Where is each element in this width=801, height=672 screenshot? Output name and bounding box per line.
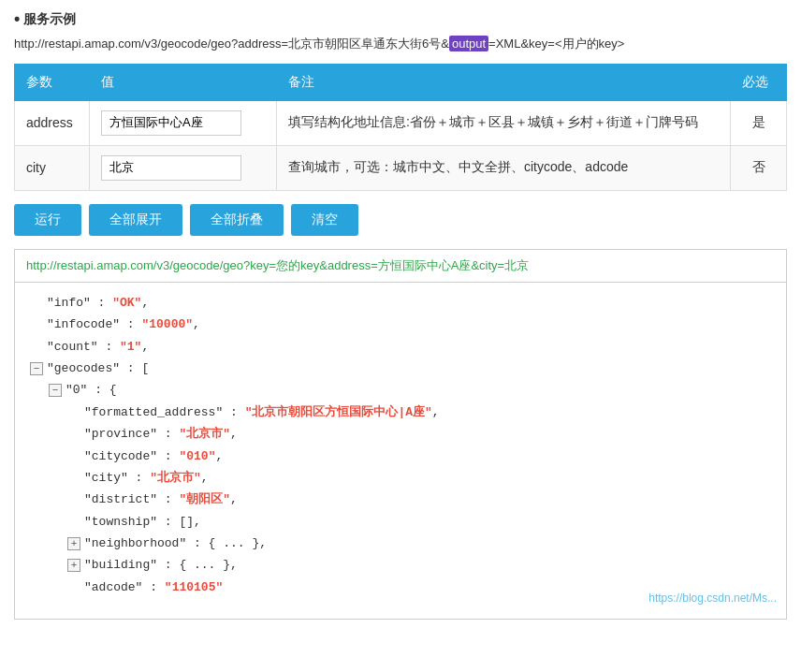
service-url-base: http://restapi.amap.com/v3/geocode/geo?a… xyxy=(14,37,449,51)
col-header-required: 必选 xyxy=(731,64,787,100)
json-line: "formatted_address" : "北京市朝阳区方恒国际中心|A座", xyxy=(30,402,771,423)
json-line: "count" : "1", xyxy=(30,336,771,358)
input-address[interactable] xyxy=(101,110,241,136)
col-header-value: 值 xyxy=(90,64,277,100)
run-button[interactable]: 运行 xyxy=(14,204,81,236)
json-line: "citycode" : "010", xyxy=(30,446,771,467)
json-line: "infocode" : "10000", xyxy=(30,314,771,335)
cell-value xyxy=(90,145,277,190)
cell-param: address xyxy=(15,100,90,145)
json-toggle-button[interactable]: + xyxy=(67,559,80,572)
cell-required: 是 xyxy=(731,100,787,145)
json-line: "city" : "北京市", xyxy=(30,467,771,489)
button-row: 运行 全部展开 全部折叠 清空 xyxy=(14,204,787,236)
col-header-param: 参数 xyxy=(15,64,90,100)
clear-button[interactable]: 清空 xyxy=(291,204,358,236)
json-toggle-button[interactable]: − xyxy=(49,384,62,397)
params-table: 参数 值 备注 必选 address填写结构化地址信息:省份＋城市＋区县＋城镇＋… xyxy=(14,64,787,191)
json-toggle-button[interactable]: − xyxy=(30,362,43,375)
cell-param: city xyxy=(15,145,90,190)
json-output[interactable]: "info" : "OK","infocode" : "10000","coun… xyxy=(14,283,787,620)
expand-button[interactable]: 全部展开 xyxy=(89,204,182,236)
cell-value xyxy=(90,100,277,145)
result-url: http://restapi.amap.com/v3/geocode/geo?k… xyxy=(14,249,787,283)
json-line: −"0" : { xyxy=(30,379,771,401)
service-url-suffix: =XML&key=<用户的key> xyxy=(488,37,624,51)
table-row: city查询城市，可选：城市中文、中文全拼、citycode、adcode否 xyxy=(15,145,787,190)
cell-required: 否 xyxy=(731,145,787,190)
json-line: −"geocodes" : [ xyxy=(30,358,771,379)
watermark: https://blog.csdn.net/Ms... xyxy=(648,589,777,609)
section-title: 服务示例 xyxy=(14,9,787,29)
table-row: address填写结构化地址信息:省份＋城市＋区县＋城镇＋乡村＋街道＋门牌号码是 xyxy=(15,100,787,145)
section-title-text: 服务示例 xyxy=(23,11,76,28)
json-line: +"neighborhood" : { ... }, xyxy=(30,533,771,554)
page-wrapper: 服务示例 http://restapi.amap.com/v3/geocode/… xyxy=(0,0,801,629)
json-line: "district" : "朝阳区", xyxy=(30,489,771,510)
col-header-note: 备注 xyxy=(277,64,731,100)
json-line: "province" : "北京市", xyxy=(30,423,771,445)
json-line: +"building" : { ... }, xyxy=(30,554,771,576)
cell-note: 查询城市，可选：城市中文、中文全拼、citycode、adcode xyxy=(277,145,731,190)
json-line: "info" : "OK", xyxy=(30,292,771,314)
json-line: "township" : [], xyxy=(30,511,771,533)
collapse-button[interactable]: 全部折叠 xyxy=(190,204,284,236)
service-url: http://restapi.amap.com/v3/geocode/geo?a… xyxy=(14,35,787,54)
input-city[interactable] xyxy=(101,155,241,181)
json-toggle-button[interactable]: + xyxy=(67,537,80,550)
service-url-highlight: output xyxy=(449,36,488,51)
cell-note: 填写结构化地址信息:省份＋城市＋区县＋城镇＋乡村＋街道＋门牌号码 xyxy=(277,100,731,145)
